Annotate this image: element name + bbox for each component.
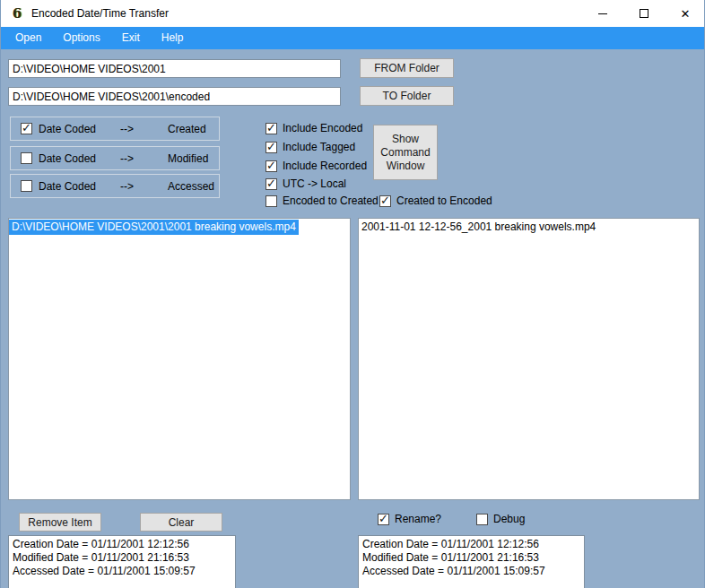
date-coded-label: Date Coded bbox=[39, 123, 96, 135]
creation-date-line: Creation Date = 01/11/2001 12:12:56 bbox=[13, 538, 231, 551]
created-to-encoded-row: Created to Encoded bbox=[379, 195, 492, 207]
debug-checkbox[interactable] bbox=[476, 514, 488, 525]
date-coded-created-checkbox[interactable] bbox=[21, 123, 32, 134]
date-coded-label: Date Coded bbox=[39, 180, 96, 193]
maximize-button[interactable] bbox=[623, 0, 665, 27]
include-recorded-checkbox[interactable] bbox=[265, 160, 277, 172]
to-folder-button[interactable]: TO Folder bbox=[360, 86, 454, 106]
close-icon: ✕ bbox=[681, 8, 691, 20]
group-date-coded-accessed: Date Coded --> Accessed bbox=[10, 174, 220, 198]
menu-open[interactable]: Open bbox=[4, 27, 52, 49]
menu-bar: Open Options Exit Help bbox=[1, 27, 705, 49]
remove-item-button[interactable]: Remove Item bbox=[19, 513, 101, 532]
utc-to-local-row: UTC -> Local bbox=[265, 177, 346, 190]
debug-label: Debug bbox=[493, 513, 525, 525]
include-recorded-label: Include Recorded bbox=[283, 160, 367, 172]
menu-options[interactable]: Options bbox=[52, 27, 110, 49]
accessed-label: Accessed bbox=[168, 180, 214, 193]
show-command-window-button[interactable]: Show Command Window bbox=[373, 125, 438, 180]
window-controls: ✕ bbox=[582, 0, 705, 27]
list-item[interactable]: D:\VIDEO\HOME VIDEOS\2001\2001 breaking … bbox=[9, 220, 299, 235]
group-date-coded-modified: Date Coded --> Modified bbox=[10, 146, 220, 170]
include-tagged-label: Include Tagged bbox=[283, 141, 355, 153]
menu-exit[interactable]: Exit bbox=[111, 27, 151, 49]
list-item[interactable]: 2001-11-01 12-12-56_2001 breaking vowels… bbox=[359, 220, 598, 235]
minimize-button[interactable] bbox=[582, 0, 623, 27]
title-bar: 6 Encoded Date/Time Transfer ✕ bbox=[1, 0, 705, 27]
target-file-list[interactable]: 2001-11-01 12-12-56_2001 breaking vowels… bbox=[358, 218, 700, 500]
created-to-encoded-label: Created to Encoded bbox=[396, 195, 492, 207]
rename-row: Rename? bbox=[378, 513, 441, 525]
accessed-date-line: Accessed Date = 01/11/2001 15:09:57 bbox=[362, 565, 580, 578]
arrow-label: --> bbox=[120, 180, 134, 193]
include-recorded-row: Include Recorded bbox=[265, 160, 367, 172]
created-label: Created bbox=[168, 123, 206, 135]
window-title: Encoded Date/Time Transfer bbox=[31, 7, 169, 20]
close-button[interactable]: ✕ bbox=[665, 0, 705, 27]
minimize-icon bbox=[598, 13, 607, 14]
modified-date-line: Modified Date = 01/11/2001 21:16:53 bbox=[362, 551, 580, 565]
source-file-dates-box[interactable]: Creation Date = 01/11/2001 12:12:56 Modi… bbox=[8, 535, 236, 588]
app-window: 6 Encoded Date/Time Transfer ✕ Open Opti… bbox=[0, 0, 705, 588]
accessed-date-line: Accessed Date = 01/11/2001 15:09:57 bbox=[13, 565, 231, 578]
encoded-to-created-row: Encoded to Created bbox=[265, 195, 379, 207]
source-file-list[interactable]: D:\VIDEO\HOME VIDEOS\2001\2001 breaking … bbox=[8, 218, 351, 500]
include-tagged-row: Include Tagged bbox=[265, 141, 355, 153]
include-encoded-row: Include Encoded bbox=[265, 122, 362, 134]
arrow-label: --> bbox=[120, 152, 134, 165]
creation-date-line: Creation Date = 01/11/2001 12:12:56 bbox=[362, 538, 580, 551]
target-file-dates-box[interactable]: Creation Date = 01/11/2001 12:12:56 Modi… bbox=[358, 535, 585, 588]
date-coded-modified-checkbox[interactable] bbox=[21, 152, 32, 164]
maximize-icon bbox=[640, 9, 648, 18]
from-folder-input[interactable] bbox=[8, 59, 341, 78]
utc-to-local-checkbox[interactable] bbox=[265, 178, 277, 190]
include-encoded-checkbox[interactable] bbox=[265, 123, 277, 134]
include-tagged-checkbox[interactable] bbox=[265, 142, 277, 153]
encoded-to-created-label: Encoded to Created bbox=[283, 195, 379, 207]
created-to-encoded-checkbox[interactable] bbox=[379, 195, 391, 207]
date-coded-accessed-checkbox[interactable] bbox=[21, 180, 32, 192]
include-encoded-label: Include Encoded bbox=[283, 122, 362, 134]
group-date-coded-created: Date Coded --> Created bbox=[10, 117, 220, 141]
rename-label: Rename? bbox=[395, 513, 441, 525]
app-icon: 6 bbox=[10, 6, 24, 21]
encoded-to-created-checkbox[interactable] bbox=[265, 195, 277, 207]
modified-date-line: Modified Date = 01/11/2001 21:16:53 bbox=[13, 551, 231, 565]
date-coded-label: Date Coded bbox=[39, 152, 96, 165]
arrow-label: --> bbox=[120, 123, 134, 135]
menu-help[interactable]: Help bbox=[151, 27, 195, 49]
debug-row: Debug bbox=[476, 513, 525, 525]
from-folder-button[interactable]: FROM Folder bbox=[360, 58, 454, 78]
clear-button[interactable]: Clear bbox=[140, 513, 222, 532]
to-folder-input[interactable] bbox=[8, 87, 341, 106]
modified-label: Modified bbox=[168, 152, 208, 165]
rename-checkbox[interactable] bbox=[378, 514, 389, 525]
utc-to-local-label: UTC -> Local bbox=[283, 177, 346, 190]
